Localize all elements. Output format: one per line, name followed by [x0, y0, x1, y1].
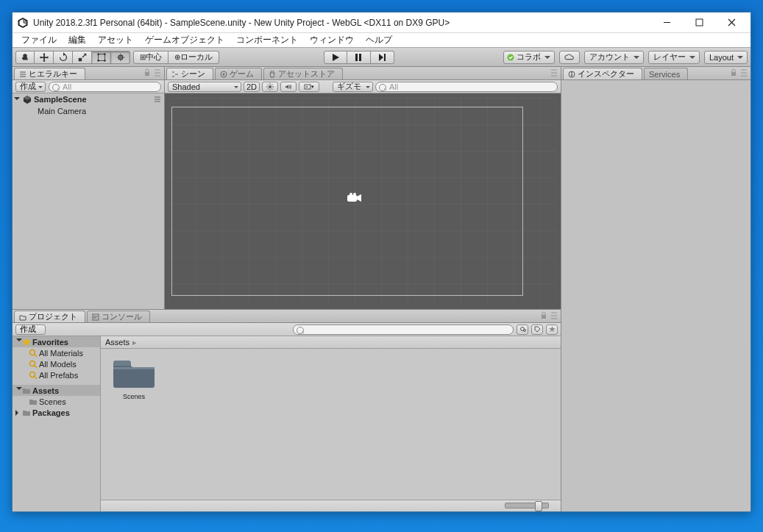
- lighting-toggle[interactable]: [262, 82, 278, 92]
- panel-menu-icon[interactable]: [550, 68, 558, 77]
- scene-toolbar: Shaded 2D ▾ ギズモ All: [165, 80, 561, 93]
- menu-help[interactable]: ヘルプ: [360, 32, 398, 48]
- console-icon: [92, 313, 99, 321]
- expand-icon[interactable]: [16, 338, 22, 344]
- tab-hierarchy[interactable]: ヒエラルキー: [14, 68, 85, 79]
- tab-game[interactable]: ゲーム: [215, 68, 262, 79]
- svg-point-33: [353, 193, 356, 196]
- lock-icon[interactable]: [730, 68, 737, 77]
- svg-marker-5: [63, 52, 65, 56]
- svg-rect-19: [384, 54, 386, 61]
- close-button[interactable]: [715, 13, 748, 32]
- tab-console[interactable]: コンソール: [87, 311, 150, 322]
- breadcrumb-item[interactable]: Assets: [105, 338, 129, 347]
- breadcrumb-separator: ▸: [132, 338, 137, 347]
- fx-dropdown[interactable]: ▾: [299, 82, 319, 92]
- project-tree[interactable]: Favorites All Materials All Models All P…: [13, 336, 101, 511]
- project-toolbar: 作成: [13, 323, 561, 336]
- expand-icon[interactable]: [16, 387, 22, 393]
- packages-header[interactable]: Packages: [13, 407, 100, 418]
- panel-menu-icon[interactable]: [154, 68, 161, 77]
- svg-point-29: [306, 86, 308, 88]
- scene-menu-icon[interactable]: [154, 96, 161, 103]
- project-create-dropdown[interactable]: 作成: [15, 324, 46, 335]
- scene-viewport[interactable]: [165, 93, 561, 309]
- lock-icon[interactable]: [143, 68, 151, 77]
- tab-inspector[interactable]: インスペクター: [563, 68, 642, 79]
- pause-button[interactable]: [347, 51, 371, 64]
- cloud-button[interactable]: [559, 51, 580, 64]
- tab-assetstore[interactable]: アセットストア: [263, 68, 343, 79]
- favorites-header[interactable]: Favorites: [13, 336, 100, 347]
- expand-icon[interactable]: [14, 97, 20, 103]
- menu-edit[interactable]: 編集: [63, 32, 92, 48]
- hand-tool[interactable]: [15, 51, 35, 64]
- layers-dropdown[interactable]: レイヤー: [648, 51, 700, 64]
- menu-component[interactable]: コンポーネント: [230, 32, 304, 48]
- rect-tool[interactable]: [92, 51, 111, 64]
- menubar: ファイル 編集 アセット ゲームオブジェクト コンポーネント ウィンドウ ヘルプ: [13, 33, 750, 48]
- slider-knob[interactable]: [535, 501, 542, 511]
- breadcrumb[interactable]: Assets ▸: [101, 336, 561, 349]
- svg-rect-21: [145, 72, 149, 76]
- svg-point-45: [571, 71, 572, 73]
- assets-header[interactable]: Assets: [13, 385, 100, 396]
- fav-all-prefabs[interactable]: All Prefabs: [13, 369, 100, 380]
- space-button[interactable]: ⊕ ローカル: [168, 51, 219, 64]
- svg-rect-35: [542, 315, 546, 319]
- thumbnail-size-slider[interactable]: [505, 503, 549, 508]
- menu-gameobject[interactable]: ゲームオブジェクト: [139, 32, 230, 48]
- filter-by-type-button[interactable]: [517, 324, 528, 335]
- account-dropdown[interactable]: アカウント: [584, 51, 644, 64]
- svg-marker-15: [333, 54, 339, 61]
- panel-menu-icon[interactable]: [550, 311, 558, 320]
- scale-tool[interactable]: [73, 51, 92, 64]
- pivot-button[interactable]: ⊞ 中心: [133, 51, 168, 64]
- transform-tool[interactable]: [111, 51, 130, 64]
- hierarchy-body[interactable]: SampleScene Main Camera: [13, 93, 164, 309]
- panel-menu-icon[interactable]: [740, 68, 748, 77]
- pivot-label: 中心: [146, 52, 162, 63]
- rotate-tool[interactable]: [54, 51, 73, 64]
- menu-file[interactable]: ファイル: [15, 32, 63, 48]
- fav-all-materials[interactable]: All Materials: [13, 347, 100, 358]
- asset-item-scenes[interactable]: Scenes: [108, 356, 160, 400]
- filter-by-label-button[interactable]: [531, 324, 543, 335]
- unity-logo-icon: [17, 17, 29, 29]
- move-tool[interactable]: [35, 51, 54, 64]
- step-button[interactable]: [371, 51, 394, 64]
- svg-rect-30: [347, 195, 357, 202]
- asset-label: Scenes: [123, 393, 145, 400]
- inspector-tab-label: インスペクター: [578, 68, 634, 79]
- tab-services[interactable]: Services: [644, 68, 688, 79]
- shading-dropdown[interactable]: Shaded: [168, 82, 241, 92]
- collab-dropdown[interactable]: コラボ: [503, 51, 555, 64]
- audio-toggle[interactable]: [280, 82, 297, 92]
- maximize-button[interactable]: [683, 13, 715, 32]
- scene-search[interactable]: All: [375, 82, 558, 92]
- fav-all-models[interactable]: All Models: [13, 358, 100, 369]
- camera-gizmo-icon[interactable]: [347, 193, 362, 203]
- expand-icon[interactable]: [15, 410, 21, 416]
- assets-scenes[interactable]: Scenes: [13, 396, 100, 407]
- create-dropdown[interactable]: 作成: [15, 82, 46, 92]
- menu-assets[interactable]: アセット: [92, 32, 139, 48]
- tab-scene[interactable]: シーン: [166, 68, 213, 79]
- lock-icon[interactable]: [540, 311, 547, 320]
- minimize-button[interactable]: [650, 13, 683, 32]
- inspector-tabs: インスペクター Services: [561, 67, 750, 80]
- gameobject-row[interactable]: Main Camera: [13, 105, 164, 117]
- menu-window[interactable]: ウィンドウ: [304, 32, 360, 48]
- asset-grid[interactable]: Scenes: [101, 349, 561, 500]
- mode-2d[interactable]: 2D: [244, 82, 260, 92]
- save-search-button[interactable]: [546, 324, 558, 335]
- gizmos-dropdown[interactable]: ギズモ: [333, 82, 373, 92]
- scene-row[interactable]: SampleScene: [13, 93, 164, 105]
- svg-point-40: [30, 350, 35, 355]
- tab-project[interactable]: プロジェクト: [14, 311, 85, 322]
- play-button[interactable]: [324, 51, 347, 64]
- project-search[interactable]: [293, 324, 514, 335]
- layout-dropdown[interactable]: Layout: [704, 51, 748, 64]
- hierarchy-search[interactable]: All: [49, 82, 161, 92]
- window-title: Unity 2018.2.3f1 Personal (64bit) - Samp…: [33, 18, 650, 28]
